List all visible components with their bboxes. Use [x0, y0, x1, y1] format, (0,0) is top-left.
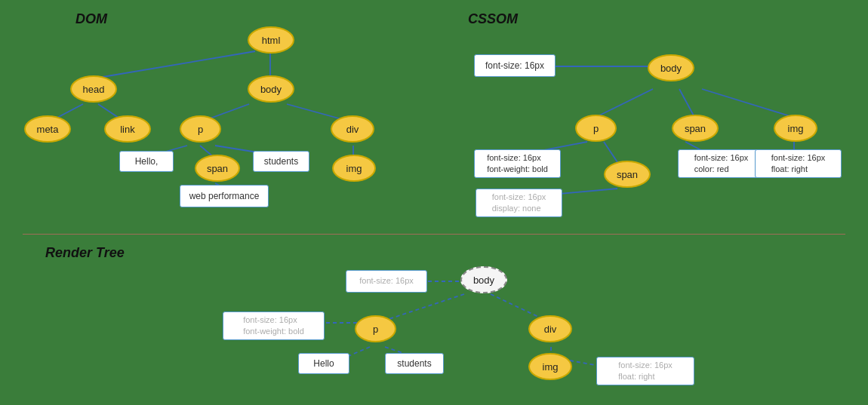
cssom-span1-node: span: [672, 115, 719, 142]
svg-line-0: [98, 51, 255, 78]
cssom-body-node: body: [648, 54, 694, 81]
render-div-node: div: [528, 315, 572, 342]
svg-line-16: [604, 142, 619, 164]
svg-line-13: [679, 89, 694, 117]
cssom-body-rect: font-size: 16px: [474, 54, 556, 77]
dom-title: DOM: [75, 11, 107, 27]
cssom-title: CSSOM: [468, 11, 518, 27]
render-body-rect: font-size: 16px: [346, 270, 427, 293]
render-img-rect: font-size: 16px float: right: [596, 357, 694, 385]
dom-link-node: link: [104, 115, 151, 143]
svg-line-12: [596, 89, 653, 117]
dom-webperf-rect: web performance: [180, 185, 269, 207]
dom-p-node: p: [180, 115, 221, 143]
cssom-img-node: img: [774, 115, 817, 142]
cssom-p-rect: font-size: 16px font-weight: bold: [474, 149, 561, 178]
cssom-span2-rect: font-size: 16px display: none: [476, 189, 562, 217]
dom-html-node: html: [248, 26, 294, 54]
dom-div-node: div: [331, 115, 374, 143]
svg-line-21: [377, 294, 464, 323]
render-p-rect: font-size: 16px font-weight: bold: [223, 311, 325, 340]
section-divider: [23, 234, 845, 235]
dom-students-rect: students: [253, 151, 309, 172]
render-hello-rect: Hello: [298, 353, 349, 374]
diagram-container: DOM CSSOM Render Tree html head body met…: [0, 0, 868, 405]
render-title: Render Tree: [45, 245, 125, 261]
cssom-img-rect: font-size: 16px float: right: [755, 149, 842, 178]
cssom-p-node: p: [575, 115, 617, 142]
cssom-span1-rect: font-size: 16px color: red: [678, 149, 765, 178]
dom-span-node: span: [195, 155, 240, 182]
dom-hello-rect: Hello,: [119, 151, 174, 172]
dom-head-node: head: [70, 75, 117, 103]
svg-line-14: [702, 89, 793, 117]
render-p-node: p: [355, 315, 396, 342]
dom-img-node: img: [332, 155, 376, 182]
dom-body-node: body: [248, 75, 294, 103]
cssom-span2-node: span: [604, 161, 651, 188]
arrows-svg: [0, 0, 868, 405]
render-students-rect: students: [385, 353, 444, 374]
dom-meta-node: meta: [24, 115, 71, 143]
render-img-node: img: [528, 353, 572, 380]
render-body-node: body: [460, 266, 507, 293]
